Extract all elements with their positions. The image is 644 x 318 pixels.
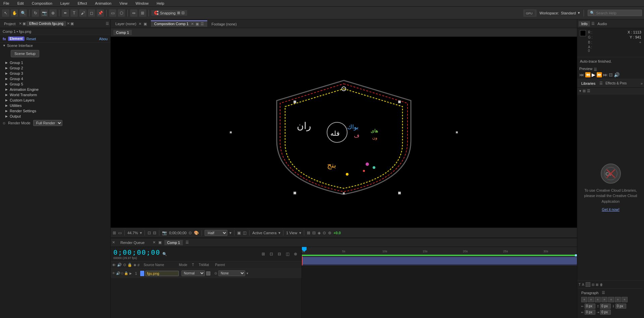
info-menu-icon[interactable]: ☰ bbox=[591, 21, 595, 26]
color-correction-icon[interactable]: 🎨 bbox=[194, 231, 199, 235]
handle-bottom-center[interactable] bbox=[343, 192, 345, 194]
tab-footage[interactable]: Footage (none) bbox=[208, 21, 240, 27]
tl-comp-markers-icon[interactable]: ⊞ bbox=[260, 251, 267, 257]
justify-center-btn[interactable]: ≡ bbox=[608, 297, 614, 302]
rotate-tool-icon[interactable]: ↻ bbox=[32, 9, 39, 17]
align-left-btn[interactable]: ≡ bbox=[581, 297, 587, 302]
channel-icon[interactable]: ⊙ bbox=[323, 231, 326, 235]
hand-tool-icon[interactable]: ✋ bbox=[11, 9, 18, 17]
paragraph-menu-icon[interactable]: ☰ bbox=[602, 291, 605, 295]
tl-search-icon[interactable]: 🔍 bbox=[162, 252, 167, 256]
render-mode-select[interactable]: Full Render bbox=[33, 120, 62, 126]
left-panel-menu-icon[interactable]: ☰ bbox=[106, 21, 109, 26]
handle-bottom-left[interactable] bbox=[293, 192, 296, 194]
text-size-icon[interactable]: T bbox=[579, 283, 581, 287]
views-dropdown-icon[interactable]: ▾ bbox=[299, 231, 301, 235]
libraries-expand-icon[interactable]: » bbox=[641, 81, 643, 85]
left-margin-val[interactable]: 0 px bbox=[585, 310, 595, 315]
lib-grid-icon[interactable]: ⊞ bbox=[583, 89, 586, 93]
text-delete-icon[interactable]: 🗑 bbox=[600, 283, 603, 287]
preview-next-frame-icon[interactable]: ⏩ bbox=[596, 72, 602, 77]
preview-audio-icon[interactable]: 🔊 bbox=[614, 72, 620, 77]
justify-all-btn[interactable]: ≡ bbox=[622, 297, 628, 302]
space-before-val[interactable]: 0 px bbox=[600, 304, 611, 309]
renderer-icon[interactable]: GPU bbox=[523, 9, 537, 17]
indent-left-val[interactable]: 0 px bbox=[585, 304, 595, 309]
tab-info[interactable]: Info bbox=[579, 21, 590, 26]
roto-tool-icon[interactable]: ⬡ bbox=[118, 9, 125, 17]
comp1-close-icon[interactable]: ✕ bbox=[153, 240, 156, 245]
align-center-btn[interactable]: ≡ bbox=[588, 297, 594, 302]
layer-eye-icon[interactable]: 👁 bbox=[112, 271, 115, 275]
zoom-tool-icon[interactable]: 🔍 bbox=[19, 9, 27, 17]
pen-tool-icon[interactable]: ✒ bbox=[62, 9, 69, 17]
timecode-display[interactable]: 0;00;00;00 bbox=[169, 231, 186, 235]
tl-solo-icon[interactable]: ⊙ bbox=[123, 263, 126, 267]
lib-list-icon[interactable]: ☰ bbox=[587, 89, 590, 93]
preview-first-frame-icon[interactable]: ⏮ bbox=[579, 72, 584, 77]
menu-animation[interactable]: Animation bbox=[94, 1, 113, 5]
layer-tab-close-icon[interactable]: ✕ bbox=[139, 22, 142, 26]
libraries-menu-icon[interactable]: ☰ bbox=[599, 81, 603, 85]
exposure-icon[interactable]: ⊛ bbox=[328, 231, 331, 235]
comp1-active-tab[interactable]: Comp 1 bbox=[113, 30, 132, 35]
menu-effect[interactable]: Effect bbox=[76, 1, 88, 5]
handle-mid-left[interactable] bbox=[230, 131, 232, 133]
text-tool-icon[interactable]: T bbox=[70, 9, 78, 17]
camera-tool-icon[interactable]: 📷 bbox=[41, 9, 48, 17]
text-box-icon[interactable] bbox=[586, 282, 590, 287]
tab-effects-presets[interactable]: Effects & Pres bbox=[603, 81, 629, 86]
reset-button[interactable]: Reset bbox=[26, 37, 36, 41]
right-margin-val[interactable]: 0 px bbox=[600, 310, 611, 315]
effect-controls-close-icon[interactable]: ✕ bbox=[67, 21, 70, 26]
comp-tab-menu-icon[interactable]: ☰ bbox=[201, 22, 204, 26]
comp-tab-close-icon[interactable]: ✕ bbox=[191, 22, 194, 26]
tree-item-group2[interactable]: ▶ Group 2 bbox=[0, 65, 110, 71]
lib-dropdown-icon[interactable]: ▾ bbox=[579, 89, 581, 93]
layer-pickup-icon[interactable]: ⊙ bbox=[214, 271, 217, 275]
layer-arrow-icon[interactable]: ▶ bbox=[129, 272, 132, 275]
tl-clip-bar[interactable] bbox=[302, 257, 577, 264]
tree-item-render-settings[interactable]: ▶ Render Settings bbox=[0, 108, 110, 114]
layer-parent-select[interactable]: None bbox=[218, 270, 245, 276]
tab-composition[interactable]: Composition Comp 1 ✕ ▣ ☰ bbox=[151, 20, 208, 27]
tab-audio[interactable]: Audio bbox=[595, 21, 609, 26]
search-container[interactable]: 🔍 bbox=[588, 10, 642, 16]
tree-item-group3[interactable]: ▶ Group 3 bbox=[0, 71, 110, 76]
get-it-now-link[interactable]: Get it now! bbox=[602, 207, 620, 211]
tl-lock-icon[interactable]: 🔒 bbox=[127, 263, 132, 267]
tree-item-output[interactable]: ▶ Output bbox=[0, 114, 110, 119]
menu-help[interactable]: Help bbox=[155, 1, 166, 5]
preview-menu-icon[interactable]: ☰ bbox=[594, 67, 597, 72]
fast-preview-icon[interactable]: ⊟ bbox=[312, 231, 316, 235]
tl-audio-icon[interactable]: 🔊 bbox=[117, 263, 122, 267]
tab-comp1-timeline[interactable]: Comp 1 bbox=[164, 240, 183, 245]
handle-top-left[interactable] bbox=[293, 101, 296, 103]
align-icon[interactable]: ⇔ bbox=[130, 9, 138, 17]
layer-controls-icon[interactable]: ◈ bbox=[318, 231, 321, 235]
snapping-toggle[interactable]: 🧲 Snapping ⊞ ⊡ bbox=[151, 10, 187, 16]
menu-file[interactable]: File bbox=[2, 1, 11, 5]
scene-interface-row[interactable]: ▼ Scene Interface bbox=[0, 43, 110, 49]
project-panel-close-icon[interactable]: ✕ bbox=[19, 21, 22, 26]
effect-controls-panel-icon[interactable]: ▣ bbox=[70, 21, 74, 26]
about-button[interactable]: Abou bbox=[99, 37, 108, 41]
camera-label[interactable]: Active Camera bbox=[252, 231, 276, 235]
render-region-icon[interactable]: ⊠ bbox=[307, 231, 310, 235]
layer-solo-icon[interactable]: ⊙ bbox=[121, 271, 123, 275]
tl-label-icon[interactable]: ◈ bbox=[133, 263, 136, 267]
tl-graph-editor-icon[interactable]: ⊗ bbox=[292, 251, 299, 257]
eraser-tool-icon[interactable]: ◻ bbox=[88, 9, 95, 17]
zoom-percentage[interactable]: 44.7% bbox=[127, 231, 138, 235]
grid-icon[interactable]: ⊞ bbox=[113, 231, 116, 235]
text-style-icon1[interactable]: ⊟ bbox=[592, 283, 594, 287]
menu-layer[interactable]: Layer bbox=[59, 1, 71, 5]
layer-lock-icon[interactable]: 🔒 bbox=[124, 271, 128, 275]
tl-frame-blending-icon[interactable]: ◫ bbox=[284, 251, 291, 257]
workspace-selector[interactable]: Workspace: Standard ▾ bbox=[539, 11, 580, 15]
justify-right-btn[interactable]: ≡ bbox=[615, 297, 621, 302]
resolution-icon[interactable]: ⊡ bbox=[148, 231, 151, 235]
timecode-icon1[interactable]: ⊙ bbox=[189, 231, 192, 235]
pan-tool-icon[interactable]: ⊕ bbox=[49, 9, 57, 17]
preview-last-frame-icon[interactable]: ⏭ bbox=[603, 72, 608, 77]
